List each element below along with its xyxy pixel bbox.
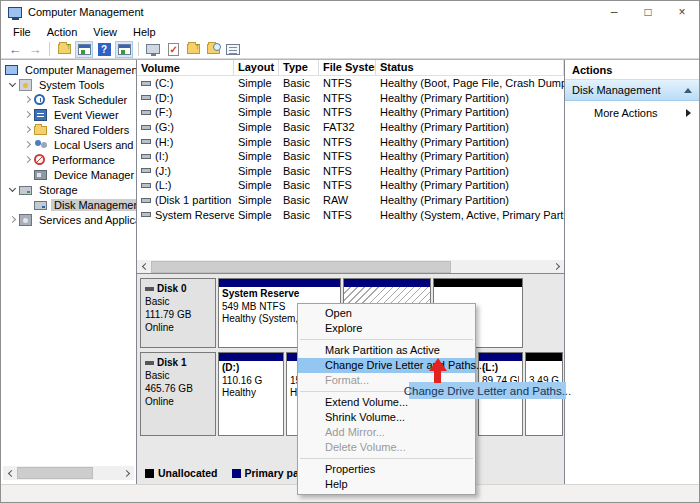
menu-file[interactable]: File [5, 25, 39, 39]
console-tree-icon[interactable] [75, 41, 93, 58]
disk-label-box[interactable]: Disk 1Basic465.76 GBOnline [140, 352, 216, 436]
menu-item-mark-partition-as-active[interactable]: Mark Partition as Active [298, 343, 475, 358]
partition-box[interactable]: (D:)110.16 GHealthy [218, 352, 284, 436]
volume-row[interactable]: (Disk 1 partition 2)SimpleBasicRAWHealth… [137, 193, 564, 208]
sidebar-item-local-users-and-groups[interactable]: Local Users and Groups [1, 137, 136, 152]
disk-type: Basic [145, 295, 211, 308]
volume-row[interactable]: (I:)SimpleBasicNTFSHealthy (Primary Part… [137, 149, 564, 164]
menu-item-help[interactable]: Help [298, 477, 475, 492]
partition-color-band [434, 279, 522, 287]
volume-icon [141, 183, 151, 188]
column-header-type[interactable]: Type [279, 60, 319, 75]
volume-cell: Simple [234, 136, 279, 148]
volume-row[interactable]: (J:)SimpleBasicNTFSHealthy (Primary Part… [137, 164, 564, 179]
volume-row[interactable]: (L:)SimpleBasicNTFSHealthy (Primary Part… [137, 178, 564, 193]
menu-view[interactable]: View [85, 25, 125, 39]
volume-cell: Simple [234, 150, 279, 162]
storage-icon [19, 186, 32, 195]
volume-cell: Healthy (Primary Partition) [376, 92, 564, 104]
menu-item-properties[interactable]: Properties [298, 462, 475, 477]
menu-separator [300, 458, 473, 459]
volume-name-cell: System Reserved (K:) [137, 209, 234, 221]
column-header-file-system[interactable]: File System [319, 60, 376, 75]
tree-item-label: Device Manager [51, 169, 137, 181]
volume-cell: NTFS [319, 165, 376, 177]
column-header-volume[interactable]: Volume [137, 60, 234, 75]
sidebar-item-storage[interactable]: Storage [1, 182, 136, 197]
sidebar-item-shared-folders[interactable]: Shared Folders [1, 122, 136, 137]
search-folder-icon[interactable] [204, 41, 222, 58]
back-icon[interactable]: ← [6, 41, 24, 58]
expand-right-icon[interactable] [5, 217, 19, 222]
column-header-layout[interactable]: Layout [234, 60, 279, 75]
sidebar-item-task-scheduler[interactable]: Task Scheduler [1, 92, 136, 107]
expand-down-icon[interactable] [5, 84, 19, 86]
menu-item-explore[interactable]: Explore [298, 321, 475, 336]
volume-row[interactable]: (F:)SimpleBasicNTFSHealthy (Primary Part… [137, 105, 564, 120]
scroll-right-icon[interactable] [550, 260, 564, 274]
check-document-icon[interactable] [164, 41, 182, 58]
expand-right-icon[interactable] [20, 127, 34, 132]
menu-bar: FileActionViewHelp [1, 23, 699, 40]
menu-item-shrink-volume[interactable]: Shrink Volume... [298, 410, 475, 425]
volume-icon [141, 125, 151, 130]
volume-cell: Healthy (Boot, Page File, Crash Dump, Pr… [376, 77, 564, 89]
volume-icon [141, 95, 151, 100]
volume-cell: Basic [279, 92, 319, 104]
minimize-button[interactable]: – [597, 1, 631, 23]
sidebar-item-computer-management-local[interactable]: Computer Management (Local [1, 62, 136, 77]
scroll-thumb[interactable] [17, 467, 93, 479]
tree-horizontal-scrollbar[interactable] [3, 466, 134, 480]
actions-group-disk-management[interactable]: Disk Management [565, 80, 699, 101]
partition-text-line: (L:) [482, 362, 519, 375]
volume-row[interactable]: System Reserved (K:)SimpleBasicNTFSHealt… [137, 207, 564, 222]
volume-row[interactable]: (H:)SimpleBasicNTFSHealthy (Primary Part… [137, 134, 564, 149]
sidebar-item-system-tools[interactable]: System Tools [1, 77, 136, 92]
tree-item-label: Performance [49, 154, 118, 166]
up-folder-icon[interactable] [184, 41, 202, 58]
close-button[interactable]: × [665, 1, 699, 23]
sidebar-item-services-and-applications[interactable]: Services and Applications [1, 212, 136, 227]
partition-color-band [219, 353, 283, 361]
volume-cell: Healthy (Primary Partition) [376, 179, 564, 191]
volume-cell: Healthy (Primary Partition) [376, 150, 564, 162]
forward-icon[interactable]: → [26, 41, 44, 58]
menu-item-change-drive-letter-and-paths[interactable]: Change Drive Letter and Paths... [298, 358, 475, 373]
volume-cell: Basic [279, 77, 319, 89]
expand-right-icon[interactable] [20, 97, 34, 102]
volume-cell: Simple [234, 121, 279, 133]
column-header-status[interactable]: Status [376, 60, 564, 75]
sidebar-item-disk-management[interactable]: Disk Management [1, 197, 136, 212]
scroll-left-icon[interactable] [137, 260, 151, 274]
export-list-icon[interactable] [55, 41, 73, 58]
collapse-icon[interactable] [684, 88, 692, 93]
menu-help[interactable]: Help [125, 25, 164, 39]
help-icon[interactable]: ? [95, 41, 113, 58]
expand-right-icon[interactable] [20, 112, 34, 117]
volume-row[interactable]: (G:)SimpleBasicFAT32Healthy (Primary Par… [137, 120, 564, 135]
volume-row[interactable]: (D:)SimpleBasicNTFSHealthy (Primary Part… [137, 91, 564, 106]
disk-size: 465.76 GB [145, 382, 211, 395]
sidebar-item-performance[interactable]: Performance [1, 152, 136, 167]
expand-right-icon[interactable] [20, 157, 34, 162]
properties-icon[interactable] [224, 41, 242, 58]
remote-screen-icon[interactable] [144, 41, 162, 58]
expand-right-icon[interactable] [20, 142, 34, 147]
more-actions-item[interactable]: More Actions [565, 101, 699, 125]
scroll-right-icon[interactable] [120, 466, 134, 480]
scroll-thumb[interactable] [151, 261, 451, 273]
disk-label-box[interactable]: Disk 0Basic111.79 GBOnline [140, 278, 216, 348]
action-pane-icon[interactable] [115, 41, 133, 58]
tree-item-label: Shared Folders [51, 124, 132, 136]
expand-down-icon[interactable] [5, 189, 19, 191]
computer-icon [5, 65, 18, 75]
scroll-left-icon[interactable] [3, 466, 17, 480]
sidebar-item-device-manager[interactable]: Device Manager [1, 167, 136, 182]
volume-row[interactable]: (C:)SimpleBasicNTFSHealthy (Boot, Page F… [137, 76, 564, 91]
volume-list-horizontal-scrollbar[interactable] [137, 260, 564, 274]
sidebar-item-event-viewer[interactable]: Event Viewer [1, 107, 136, 122]
menu-action[interactable]: Action [39, 25, 86, 39]
menu-item-open[interactable]: Open [298, 306, 475, 321]
maximize-button[interactable]: □ [631, 1, 665, 23]
volume-icon [141, 198, 151, 203]
